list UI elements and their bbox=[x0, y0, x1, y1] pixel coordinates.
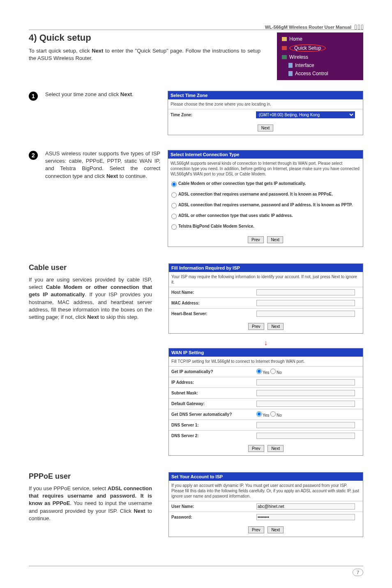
get-ip-label: Get IP automatically? bbox=[171, 369, 256, 374]
host-name-label: Host Name: bbox=[171, 290, 256, 295]
username-label: User Name: bbox=[171, 504, 256, 509]
pppoe-user-text: If you use PPPoE service, select ADSL co… bbox=[29, 485, 152, 522]
password-label: Password: bbox=[171, 515, 256, 519]
nav-quick-setup[interactable]: Quick Setup bbox=[277, 43, 363, 53]
panel-title: Set Your Account to ISP bbox=[169, 473, 363, 481]
password-input[interactable] bbox=[256, 514, 355, 520]
nav-access-control[interactable]: Access Control bbox=[277, 69, 363, 78]
conn-opt-static[interactable]: ADSL or other connection type that uses … bbox=[168, 211, 363, 221]
panel-title: Fill Information Required by ISP bbox=[169, 264, 363, 272]
heartbeat-label: Heart-Beat Server: bbox=[171, 311, 256, 316]
dns2-input[interactable] bbox=[256, 433, 355, 439]
mac-address-input[interactable] bbox=[256, 300, 355, 306]
prev-button[interactable]: Prev bbox=[248, 323, 264, 330]
panel-desc: Fill TCP/IP setting for WL566gM to conne… bbox=[169, 357, 363, 366]
nav-interface[interactable]: Interface bbox=[277, 61, 363, 69]
step-number-1: 1 bbox=[29, 92, 38, 101]
nav-wireless[interactable]: Wireless bbox=[277, 53, 363, 61]
panel-title: Select Time Zone bbox=[168, 91, 363, 99]
cable-user-title: Cable user bbox=[29, 263, 152, 272]
folder-icon bbox=[282, 55, 287, 59]
panel-desc: WL566gM supports several kinds of connec… bbox=[168, 159, 363, 179]
next-button[interactable]: Next bbox=[267, 445, 284, 452]
intro-text: To start quick setup, click Next to ente… bbox=[29, 47, 261, 62]
nav-home[interactable]: Home bbox=[277, 35, 363, 43]
conn-opt-pppoe[interactable]: ADSL connection that requires username a… bbox=[168, 189, 363, 200]
subnet-mask-label: Subnet Mask: bbox=[171, 391, 256, 395]
file-icon bbox=[288, 63, 293, 68]
yes-option[interactable]: Yes bbox=[256, 370, 269, 375]
radio-input[interactable] bbox=[270, 369, 276, 374]
cable-user-text: If you are using services provided by ca… bbox=[29, 276, 152, 321]
step-number-2: 2 bbox=[29, 151, 38, 160]
next-button[interactable]: Next bbox=[267, 323, 284, 330]
file-icon bbox=[288, 71, 293, 76]
usb-icons bbox=[355, 25, 363, 30]
prev-button[interactable]: Prev bbox=[248, 445, 264, 452]
prev-button[interactable]: Prev bbox=[248, 236, 264, 243]
panel-title: Select Internet Connection Type bbox=[168, 150, 363, 159]
next-button[interactable]: Next bbox=[258, 125, 274, 131]
no-option[interactable]: No bbox=[270, 413, 282, 417]
conn-opt-bigpond[interactable]: Telstra BigPond Cable Modem Service. bbox=[168, 221, 363, 232]
section-title: 4) Quick setup bbox=[29, 32, 261, 43]
folder-icon bbox=[282, 46, 287, 50]
radio-input[interactable] bbox=[256, 411, 262, 417]
host-name-input[interactable] bbox=[256, 289, 355, 295]
panel-desc: Please choose the time zone where you ar… bbox=[168, 99, 363, 109]
folder-icon bbox=[282, 37, 287, 41]
dns1-label: DNS Server 1: bbox=[171, 423, 256, 427]
radio-input[interactable] bbox=[171, 203, 177, 208]
step1-text: Select your time zone and click Next. bbox=[45, 91, 160, 98]
conn-opt-cable[interactable]: Cable Modem or other connection type tha… bbox=[168, 179, 363, 189]
heartbeat-input[interactable] bbox=[256, 311, 355, 317]
panel-desc: If you apply an account with dynamic IP.… bbox=[169, 481, 363, 501]
no-option[interactable]: No bbox=[270, 370, 282, 375]
subnet-mask-input[interactable] bbox=[256, 390, 355, 396]
panel-desc: Your ISP may require the following infor… bbox=[169, 272, 363, 287]
radio-input[interactable] bbox=[171, 224, 177, 230]
dns2-label: DNS Server 2: bbox=[171, 434, 256, 438]
step2-text: ASUS wireless router supports five types… bbox=[45, 150, 160, 180]
router-nav: Home Quick Setup Wireless Interface Acce… bbox=[277, 32, 363, 80]
manual-title: WL-566gM Wireless Router User Manual bbox=[265, 25, 351, 30]
connection-type-panel: Select Internet Connection Type WL566gM … bbox=[168, 150, 363, 247]
radio-input[interactable] bbox=[171, 192, 177, 198]
gateway-label: Default Gateway: bbox=[171, 401, 256, 406]
dns1-input[interactable] bbox=[256, 422, 355, 428]
next-button[interactable]: Next bbox=[267, 236, 283, 243]
ip-address-input[interactable] bbox=[256, 379, 355, 385]
page-number: 7 bbox=[353, 569, 363, 576]
ip-address-label: IP Address: bbox=[171, 380, 256, 385]
account-panel: Set Your Account to ISP If you apply an … bbox=[168, 472, 363, 537]
panel-title: WAN IP Setting bbox=[169, 348, 363, 357]
down-arrow-icon: ↓ bbox=[168, 338, 363, 348]
get-dns-radio: Yes No bbox=[256, 411, 360, 417]
get-ip-radio: Yes No bbox=[256, 369, 360, 375]
username-input[interactable] bbox=[256, 503, 355, 510]
yes-option[interactable]: Yes bbox=[256, 413, 269, 417]
get-dns-label: Get DNS Server automatically? bbox=[171, 412, 256, 417]
wan-ip-panel: WAN IP Setting Fill TCP/IP setting for W… bbox=[168, 348, 363, 456]
radio-input[interactable] bbox=[256, 369, 262, 374]
time-zone-panel: Select Time Zone Please choose the time … bbox=[168, 91, 363, 135]
mac-address-label: MAC Address: bbox=[171, 301, 256, 305]
radio-input[interactable] bbox=[270, 411, 276, 417]
gateway-input[interactable] bbox=[256, 401, 355, 407]
conn-opt-pptp[interactable]: ADSL connection that requires username, … bbox=[168, 200, 363, 211]
pppoe-user-title: PPPoE user bbox=[29, 472, 152, 481]
isp-info-panel: Fill Information Required by ISP Your IS… bbox=[168, 263, 363, 334]
next-button[interactable]: Next bbox=[267, 526, 284, 533]
prev-button[interactable]: Prev bbox=[248, 526, 264, 533]
time-zone-label: Time Zone: bbox=[171, 113, 256, 117]
radio-input[interactable] bbox=[171, 182, 177, 187]
radio-input[interactable] bbox=[171, 214, 177, 219]
time-zone-select[interactable]: (GMT+08:00) Beijing, Hong Kong bbox=[256, 111, 355, 118]
